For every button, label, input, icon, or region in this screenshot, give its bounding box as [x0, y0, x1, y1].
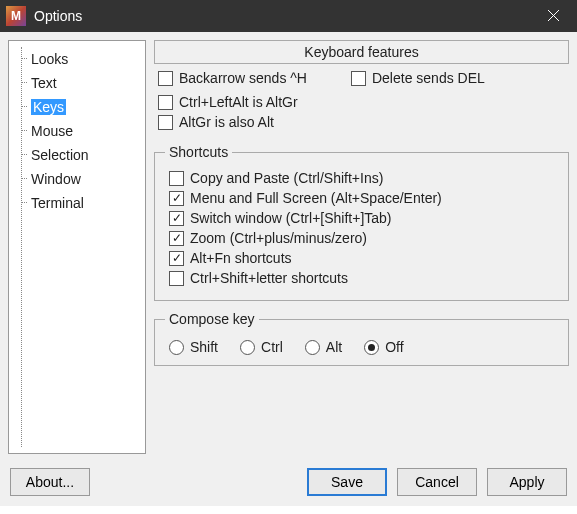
checkbox-label: Backarrow sends ^H — [179, 70, 307, 86]
checkbox-icon — [169, 171, 184, 186]
radio-label: Alt — [326, 339, 342, 355]
checkbox-icon — [169, 251, 184, 266]
keyboard-features-group: Keyboard features Backarrow sends ^H Del… — [154, 40, 569, 134]
nav-label: Looks — [31, 51, 68, 67]
nav-label: Terminal — [31, 195, 84, 211]
group-legend: Shortcuts — [165, 144, 232, 160]
checkbox-label: Copy and Paste (Ctrl/Shift+Ins) — [190, 170, 383, 186]
checkbox-icon — [169, 191, 184, 206]
checkbox-altgr-alt[interactable]: AltGr is also Alt — [158, 114, 569, 130]
shortcuts-group: Shortcuts Copy and Paste (Ctrl/Shift+Ins… — [154, 144, 569, 301]
checkbox-ctrl-shift-letter[interactable]: Ctrl+Shift+letter shortcuts — [169, 270, 558, 286]
radio-label: Off — [385, 339, 403, 355]
checkbox-label: Ctrl+Shift+letter shortcuts — [190, 270, 348, 286]
radio-icon — [240, 340, 255, 355]
checkbox-icon — [169, 271, 184, 286]
compose-key-group: Compose key Shift Ctrl Alt Off — [154, 311, 569, 366]
checkbox-icon — [351, 71, 366, 86]
nav-label: Keys — [31, 99, 66, 115]
nav-item-window[interactable]: Window — [9, 167, 145, 191]
group-legend: Compose key — [165, 311, 259, 327]
checkbox-icon — [169, 211, 184, 226]
checkbox-label: Zoom (Ctrl+plus/minus/zero) — [190, 230, 367, 246]
category-tree[interactable]: Looks Text Keys Mouse Selection Window T… — [8, 40, 146, 454]
nav-item-terminal[interactable]: Terminal — [9, 191, 145, 215]
checkbox-backarrow[interactable]: Backarrow sends ^H — [158, 70, 307, 86]
checkbox-label: AltGr is also Alt — [179, 114, 274, 130]
nav-item-text[interactable]: Text — [9, 71, 145, 95]
nav-label: Window — [31, 171, 81, 187]
app-icon: M — [6, 6, 26, 26]
checkbox-delete[interactable]: Delete sends DEL — [351, 70, 485, 86]
checkbox-icon — [169, 231, 184, 246]
checkbox-ctrl-leftalt[interactable]: Ctrl+LeftAlt is AltGr — [158, 94, 569, 110]
radio-alt[interactable]: Alt — [305, 339, 342, 355]
nav-item-mouse[interactable]: Mouse — [9, 119, 145, 143]
content-pane: Keyboard features Backarrow sends ^H Del… — [154, 40, 569, 454]
nav-label: Text — [31, 75, 57, 91]
about-button[interactable]: About... — [10, 468, 90, 496]
checkbox-icon — [158, 95, 173, 110]
radio-icon — [169, 340, 184, 355]
checkbox-menu-fullscreen[interactable]: Menu and Full Screen (Alt+Space/Enter) — [169, 190, 558, 206]
checkbox-label: Switch window (Ctrl+[Shift+]Tab) — [190, 210, 392, 226]
radio-off[interactable]: Off — [364, 339, 403, 355]
radio-icon — [364, 340, 379, 355]
window-title: Options — [34, 8, 531, 24]
nav-label: Mouse — [31, 123, 73, 139]
nav-label: Selection — [31, 147, 89, 163]
client-area: Looks Text Keys Mouse Selection Window T… — [0, 32, 577, 462]
checkbox-icon — [158, 115, 173, 130]
radio-label: Ctrl — [261, 339, 283, 355]
radio-shift[interactable]: Shift — [169, 339, 218, 355]
radio-ctrl[interactable]: Ctrl — [240, 339, 283, 355]
save-button[interactable]: Save — [307, 468, 387, 496]
radio-label: Shift — [190, 339, 218, 355]
nav-item-looks[interactable]: Looks — [9, 47, 145, 71]
titlebar: M Options — [0, 0, 577, 32]
close-icon — [548, 10, 560, 22]
nav-item-selection[interactable]: Selection — [9, 143, 145, 167]
nav-item-keys[interactable]: Keys — [9, 95, 145, 119]
apply-button[interactable]: Apply — [487, 468, 567, 496]
close-button[interactable] — [531, 0, 577, 32]
checkbox-label: Menu and Full Screen (Alt+Space/Enter) — [190, 190, 442, 206]
group-header: Keyboard features — [154, 40, 569, 64]
checkbox-zoom[interactable]: Zoom (Ctrl+plus/minus/zero) — [169, 230, 558, 246]
checkbox-label: Alt+Fn shortcuts — [190, 250, 292, 266]
checkbox-label: Ctrl+LeftAlt is AltGr — [179, 94, 298, 110]
checkbox-switch-window[interactable]: Switch window (Ctrl+[Shift+]Tab) — [169, 210, 558, 226]
footer: About... Save Cancel Apply — [0, 462, 577, 506]
checkbox-icon — [158, 71, 173, 86]
checkbox-alt-fn[interactable]: Alt+Fn shortcuts — [169, 250, 558, 266]
cancel-button[interactable]: Cancel — [397, 468, 477, 496]
checkbox-copy-paste[interactable]: Copy and Paste (Ctrl/Shift+Ins) — [169, 170, 558, 186]
radio-icon — [305, 340, 320, 355]
checkbox-label: Delete sends DEL — [372, 70, 485, 86]
